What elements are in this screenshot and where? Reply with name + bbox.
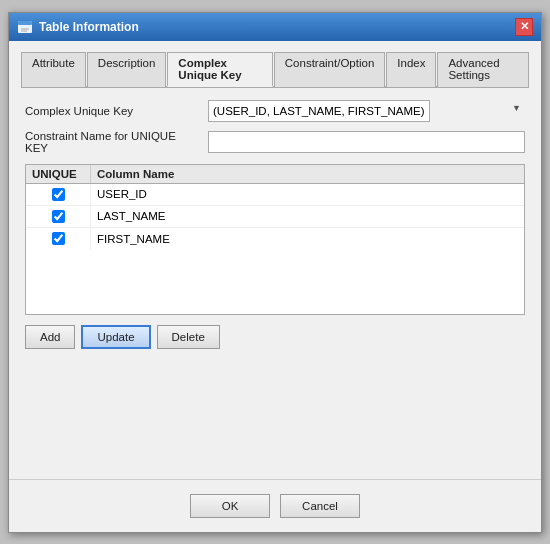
row-1-unique-checkbox[interactable] (52, 188, 65, 201)
row-1-column-name: USER_ID (91, 186, 524, 202)
window-icon (17, 19, 33, 35)
cancel-button[interactable]: Cancel (280, 494, 360, 518)
header-unique: UNIQUE (26, 165, 91, 183)
table-row: USER_ID (26, 184, 524, 206)
tab-index[interactable]: Index (386, 52, 436, 87)
row-2-unique-cell (26, 206, 91, 227)
action-buttons: Add Update Delete (25, 325, 525, 349)
complex-unique-key-select-wrapper: (USER_ID, LAST_NAME, FIRST_NAME) (208, 100, 525, 122)
row-2-unique-checkbox[interactable] (52, 210, 65, 223)
add-button[interactable]: Add (25, 325, 75, 349)
svg-rect-1 (18, 21, 32, 25)
table-row: LAST_NAME (26, 206, 524, 228)
tab-bar: Attribute Description Complex Unique Key… (21, 51, 529, 88)
main-content: Attribute Description Complex Unique Key… (9, 41, 541, 359)
row-3-unique-cell (26, 228, 91, 250)
row-3-unique-checkbox[interactable] (52, 232, 65, 245)
spacer-area (9, 359, 541, 479)
title-bar-left: Table Information (17, 19, 139, 35)
tab-description[interactable]: Description (87, 52, 167, 87)
table-row: FIRST_NAME (26, 228, 524, 250)
tab-complex-unique-key[interactable]: Complex Unique Key (167, 52, 272, 87)
delete-button[interactable]: Delete (157, 325, 220, 349)
header-column-name: Column Name (91, 165, 524, 183)
tab-advanced-settings[interactable]: Advanced Settings (437, 52, 529, 87)
row-3-column-name: FIRST_NAME (91, 231, 524, 247)
row-2-column-name: LAST_NAME (91, 208, 524, 224)
tab-constraint-option[interactable]: Constraint/Option (274, 52, 386, 87)
close-button[interactable]: ✕ (515, 18, 533, 36)
complex-unique-key-row: Complex Unique Key (USER_ID, LAST_NAME, … (25, 100, 525, 122)
tab-content: Complex Unique Key (USER_ID, LAST_NAME, … (21, 100, 529, 349)
complex-unique-key-label: Complex Unique Key (25, 105, 200, 117)
complex-unique-key-select[interactable]: (USER_ID, LAST_NAME, FIRST_NAME) (208, 100, 430, 122)
update-button[interactable]: Update (81, 325, 150, 349)
footer: OK Cancel (9, 479, 541, 532)
title-bar: Table Information ✕ (9, 13, 541, 41)
row-1-unique-cell (26, 184, 91, 205)
constraint-name-input[interactable] (208, 131, 525, 153)
table-information-window: Table Information ✕ Attribute Descriptio… (8, 12, 542, 533)
ok-button[interactable]: OK (190, 494, 270, 518)
columns-table: UNIQUE Column Name USER_ID LAST_N (25, 164, 525, 315)
constraint-name-label: Constraint Name for UNIQUE KEY (25, 130, 200, 154)
tab-attribute[interactable]: Attribute (21, 52, 86, 87)
table-header: UNIQUE Column Name (26, 165, 524, 184)
window-title: Table Information (39, 20, 139, 34)
constraint-name-row: Constraint Name for UNIQUE KEY (25, 130, 525, 154)
table-body: USER_ID LAST_NAME FIRST_NAME (26, 184, 524, 314)
